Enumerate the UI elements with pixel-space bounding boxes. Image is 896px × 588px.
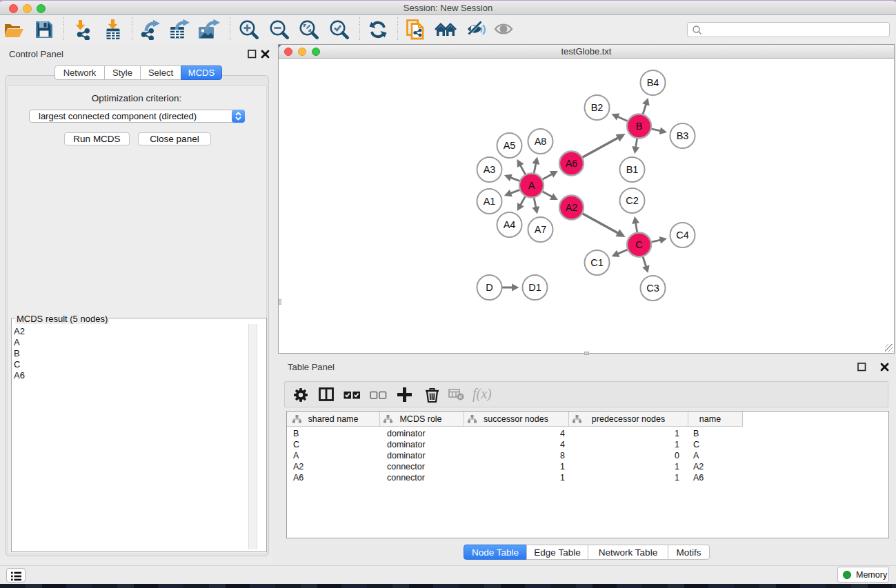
svg-text:A2: A2 — [566, 202, 578, 213]
svg-text:B1: B1 — [626, 164, 639, 175]
svg-text:A7: A7 — [535, 224, 547, 235]
svg-text:D1: D1 — [528, 282, 541, 293]
svg-text:C: C — [635, 239, 642, 250]
svg-text:A8: A8 — [535, 136, 547, 147]
svg-text:A6: A6 — [566, 158, 578, 169]
svg-text:A3: A3 — [484, 164, 496, 175]
svg-text:D: D — [486, 282, 492, 293]
svg-text:f(x): f(x) — [472, 387, 492, 402]
svg-text:C2: C2 — [626, 195, 639, 206]
svg-text:B: B — [636, 121, 643, 132]
svg-text:A4: A4 — [504, 219, 516, 230]
svg-text:C1: C1 — [590, 257, 604, 268]
svg-text:A5: A5 — [504, 140, 516, 151]
svg-text:A1: A1 — [484, 196, 496, 207]
svg-text:B2: B2 — [591, 102, 604, 113]
svg-text:C3: C3 — [646, 283, 659, 294]
svg-text:B4: B4 — [647, 77, 659, 88]
svg-text:B3: B3 — [677, 130, 689, 141]
svg-text:A: A — [528, 180, 535, 191]
svg-text:C4: C4 — [676, 230, 689, 241]
